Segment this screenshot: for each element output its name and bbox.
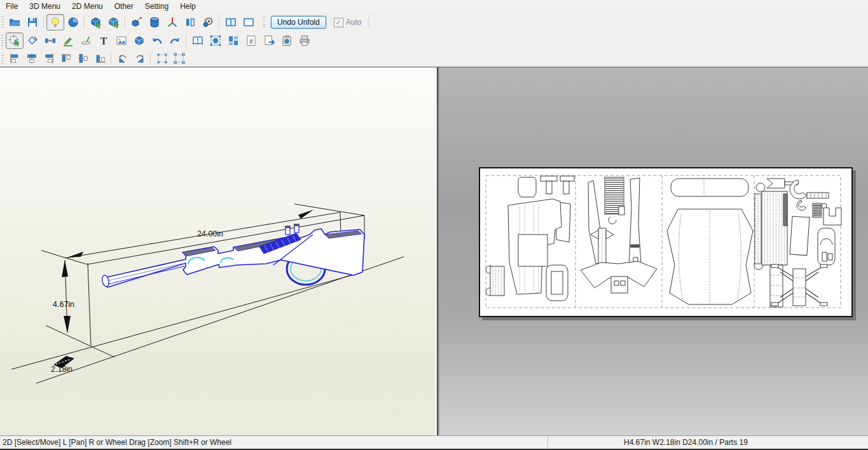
unfold-part[interactable] bbox=[822, 252, 827, 261]
unfold-part[interactable] bbox=[790, 216, 809, 256]
unfold-part[interactable] bbox=[771, 264, 778, 268]
unfold-part[interactable] bbox=[518, 177, 536, 197]
cylinder-button[interactable] bbox=[146, 14, 163, 31]
toolbar-separator bbox=[219, 16, 220, 29]
unfold-part[interactable] bbox=[771, 303, 778, 306]
align-center-h-button[interactable] bbox=[23, 51, 40, 66]
unfold-part[interactable] bbox=[807, 193, 829, 198]
sight-cap-1 bbox=[285, 226, 291, 228]
part-mark bbox=[783, 194, 787, 226]
page4-parts[interactable] bbox=[754, 179, 841, 307]
unfold-part[interactable] bbox=[756, 183, 765, 192]
align-right-icon bbox=[43, 52, 55, 65]
page-export-button[interactable] bbox=[260, 32, 278, 49]
page1-parts[interactable] bbox=[486, 176, 574, 301]
undo-button[interactable] bbox=[148, 32, 166, 49]
align-right-button[interactable] bbox=[40, 51, 57, 66]
group-button[interactable] bbox=[153, 51, 170, 66]
unfold-part[interactable] bbox=[828, 254, 832, 260]
ungroup-button[interactable] bbox=[170, 51, 188, 66]
toolbar-grip[interactable] bbox=[1, 34, 4, 47]
toolbar-grip[interactable] bbox=[263, 16, 265, 29]
unfold-part[interactable] bbox=[609, 217, 616, 224]
orbit-eye-button[interactable] bbox=[199, 14, 217, 31]
viewport-2d[interactable] bbox=[439, 67, 868, 435]
cube-icon bbox=[133, 34, 146, 47]
light-toggle-button[interactable] bbox=[46, 14, 64, 31]
toolbar-grip[interactable] bbox=[1, 52, 4, 64]
undo-icon bbox=[151, 34, 163, 47]
unfold-part[interactable] bbox=[793, 269, 806, 306]
unfold-part[interactable] bbox=[790, 180, 807, 199]
print-button[interactable] bbox=[296, 32, 313, 49]
align-left-button[interactable] bbox=[6, 51, 23, 66]
arrange-parts-button[interactable] bbox=[224, 32, 242, 49]
unfold-part[interactable] bbox=[797, 200, 806, 210]
select-3d-box-alt-icon bbox=[107, 16, 120, 29]
align-top-button[interactable] bbox=[57, 51, 74, 66]
unfold-part[interactable] bbox=[820, 303, 827, 306]
unfold-part[interactable] bbox=[541, 176, 557, 181]
light-bulb-icon bbox=[49, 16, 62, 29]
page3-parts[interactable] bbox=[667, 179, 753, 304]
page-number-button[interactable]: # bbox=[242, 32, 260, 49]
select-3d-box-button[interactable] bbox=[87, 14, 105, 31]
align-left-icon bbox=[8, 52, 21, 65]
rotate-ccw-button[interactable] bbox=[114, 51, 131, 66]
cube-button[interactable] bbox=[130, 32, 148, 49]
unfold-part[interactable] bbox=[629, 178, 641, 268]
menu-help[interactable]: Help bbox=[174, 1, 202, 12]
open-book-button[interactable] bbox=[189, 32, 207, 49]
align-middle-v-button[interactable] bbox=[74, 51, 92, 66]
undo-unfold-button[interactable]: Undo Unfold bbox=[271, 16, 326, 29]
measure-box-button[interactable] bbox=[128, 14, 146, 31]
toolbar-grip[interactable] bbox=[1, 16, 4, 29]
auto-checkbox[interactable]: ✓ bbox=[334, 18, 343, 27]
unfold-part[interactable] bbox=[563, 181, 569, 194]
rotate-cw-button[interactable] bbox=[131, 51, 148, 66]
menu-file[interactable]: File bbox=[0, 1, 24, 12]
select-3d-box-alt-button[interactable] bbox=[105, 14, 123, 31]
pane-splitter[interactable] bbox=[435, 67, 439, 435]
menu-2d[interactable]: 2D Menu bbox=[66, 1, 109, 12]
open-folder-button[interactable] bbox=[6, 14, 24, 31]
rotate-cw-icon bbox=[134, 52, 146, 65]
save-button[interactable] bbox=[24, 14, 41, 31]
unfold-part[interactable] bbox=[546, 181, 552, 194]
align-bottom-button[interactable] bbox=[92, 51, 109, 66]
select-move-button[interactable] bbox=[6, 32, 24, 49]
two-pane-layout-button[interactable] bbox=[222, 14, 240, 31]
edit-flap-icon bbox=[79, 34, 92, 47]
view-rotate-button[interactable] bbox=[64, 14, 82, 31]
page2-parts[interactable] bbox=[581, 177, 657, 293]
rifle-model[interactable] bbox=[101, 224, 364, 287]
menu-setting[interactable]: Setting bbox=[139, 1, 174, 12]
flatten-bars-button[interactable] bbox=[181, 14, 199, 31]
auto-checkbox-wrap[interactable]: ✓ Auto bbox=[334, 18, 362, 27]
edit-line-button[interactable] bbox=[59, 32, 77, 49]
unfold-part[interactable] bbox=[560, 176, 574, 181]
axes-icon bbox=[166, 16, 179, 29]
axes-button[interactable] bbox=[163, 14, 181, 31]
unfold-part[interactable] bbox=[823, 208, 841, 225]
one-pane-layout-button[interactable] bbox=[240, 14, 258, 31]
unfold-part[interactable] bbox=[518, 235, 548, 266]
status-model-info: H4.67in W2.18in D24.00in / Parts 19 bbox=[548, 438, 823, 447]
toolbar-separator bbox=[150, 52, 151, 65]
unfold-part[interactable] bbox=[767, 179, 785, 188]
edit-flap-button[interactable] bbox=[77, 32, 95, 49]
align-center-h-icon bbox=[25, 52, 38, 65]
redo-button[interactable] bbox=[166, 32, 184, 49]
select-pattern-button[interactable] bbox=[207, 32, 224, 49]
viewport-3d[interactable]: 24.00in 4.67in 2.18in bbox=[0, 67, 435, 435]
text-tool-button[interactable]: T bbox=[95, 32, 113, 49]
image-tool-button[interactable] bbox=[113, 32, 130, 49]
menu-3d[interactable]: 3D Menu bbox=[24, 1, 66, 12]
rotate-part-button[interactable] bbox=[24, 32, 41, 49]
menu-other[interactable]: Other bbox=[109, 1, 139, 12]
unfold-part[interactable] bbox=[820, 264, 827, 268]
unfold-part[interactable] bbox=[671, 179, 748, 196]
pattern-sheet bbox=[479, 167, 853, 317]
clipboard-texture-button[interactable] bbox=[278, 32, 296, 49]
spread-parts-button[interactable] bbox=[41, 32, 59, 49]
